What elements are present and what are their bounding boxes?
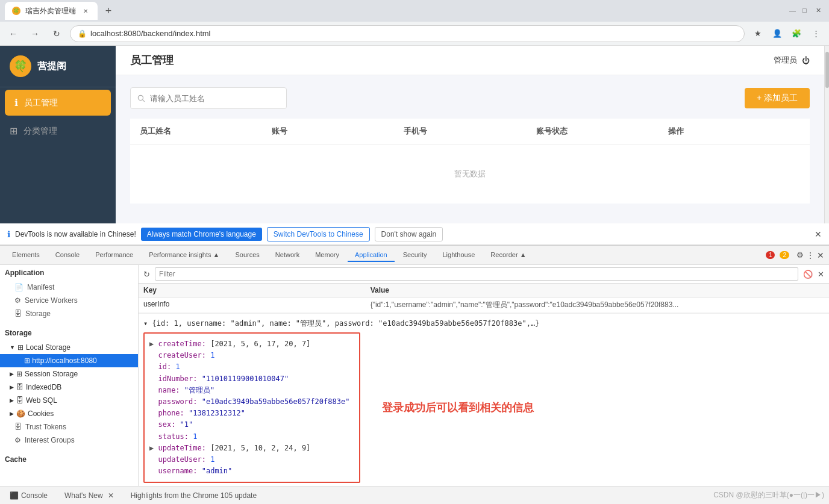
json-line-idNumber: idNumber: "110101199001010047"	[149, 373, 354, 385]
switch-chinese-btn[interactable]: Switch DevTools to Chinese	[267, 227, 370, 241]
logo-icon: 🍀	[10, 55, 31, 77]
watermark-text: CSDN @欣慰的三叶草(●一(|)一▶)	[713, 490, 824, 500]
match-language-btn[interactable]: Always match Chrome's language	[141, 228, 262, 241]
tab-network[interactable]: Network	[268, 249, 307, 262]
service-workers-item[interactable]: ⚙ Service Workers	[0, 294, 138, 307]
empty-text: 暂无数据	[454, 169, 486, 178]
web-sql-icon: 🗄	[16, 396, 23, 405]
console-bottom-tab[interactable]: ⬛ Console	[5, 489, 52, 502]
devtools-tab-actions: 1 2 ⚙ ⋮ ✕	[766, 250, 824, 260]
col-account: 账号	[272, 126, 404, 137]
key-cell: userInfo	[143, 300, 371, 310]
tab-performance[interactable]: Performance	[88, 249, 140, 262]
bookmark-btn[interactable]: ★	[749, 25, 766, 42]
session-storage-group[interactable]: ⊞ Session Storage	[0, 367, 138, 381]
json-line-createTime: ▶ createTime: [2021, 5, 6, 17, 20, 7]	[149, 338, 354, 350]
devtools-tabs: Elements Console Performance Performance…	[0, 246, 829, 265]
filter-input[interactable]	[155, 267, 798, 281]
tab-application[interactable]: Application	[348, 249, 395, 262]
whats-new-tab[interactable]: What's New ✕	[60, 489, 119, 502]
storage-overview-item[interactable]: 🗄 Storage	[0, 307, 138, 320]
tab-performance-insights[interactable]: Performance insights ▲	[142, 249, 227, 262]
devtools-close-btn[interactable]: ✕	[817, 250, 824, 260]
dt-table-header: Key Value	[139, 284, 829, 297]
tab-memory[interactable]: Memory	[308, 249, 346, 262]
tab-bar: 🍀 瑞吉外卖管理端 ✕ +	[5, 2, 784, 20]
browser-window: 🍀 瑞吉外卖管理端 ✕ + — □ ✕ ← → ↻ 🔒 localhost:80…	[0, 0, 829, 504]
notification-text: DevTools is now available in Chinese!	[15, 230, 136, 238]
search-input[interactable]	[130, 87, 287, 109]
interest-groups-icon: ⚙	[14, 436, 21, 444]
app-sidebar: 🍀 营提阁 ℹ 员工管理 ⊞ 分类管理	[0, 46, 116, 223]
cookies-icon: 🍪	[16, 409, 25, 418]
logout-icon[interactable]: ⏻	[802, 56, 810, 65]
value-col-header: Value	[371, 286, 824, 294]
sidebar-item-employee[interactable]: ℹ 员工管理	[5, 90, 111, 116]
back-btn[interactable]: ←	[5, 25, 22, 42]
sidebar-item-category[interactable]: ⊞ 分类管理	[0, 118, 116, 144]
local-storage-group[interactable]: ⊞ Local Storage	[0, 341, 138, 354]
refresh-btn[interactable]: ↻	[143, 270, 150, 279]
devtools-sidebar: Application 📄 Manifest ⚙ Service Workers…	[0, 265, 139, 486]
indexed-db-group[interactable]: 🗄 IndexedDB	[0, 381, 138, 394]
browser-tab[interactable]: 🍀 瑞吉外卖管理端 ✕	[5, 2, 98, 20]
tab-close-btn[interactable]: ✕	[81, 6, 90, 16]
interest-groups-item[interactable]: ⚙ Interest Groups	[0, 434, 138, 447]
menu-btn[interactable]: ⋮	[807, 25, 824, 42]
new-tab-button[interactable]: +	[100, 2, 117, 19]
json-line-phone: phone: "13812312312"	[149, 408, 354, 419]
url-text: localhost:8080/backend/index.html	[90, 29, 210, 38]
web-app: 🍀 营提阁 ℹ 员工管理 ⊞ 分类管理 员工管理 管理员	[0, 46, 829, 223]
local-storage-origin-item[interactable]: ⊞ http://localhost:8080	[0, 354, 138, 367]
nav-actions: ★ 👤 🧩 ⋮	[749, 25, 824, 42]
trust-tokens-icon: 🗄	[14, 423, 22, 431]
forward-btn[interactable]: →	[27, 25, 43, 42]
web-sql-group[interactable]: 🗄 Web SQL	[0, 394, 138, 407]
tab-lighthouse[interactable]: Lighthouse	[436, 249, 483, 262]
scroll-thumb[interactable]	[825, 52, 829, 88]
nav-bar: ← → ↻ 🔒 localhost:8080/backend/index.htm…	[0, 22, 829, 46]
whats-new-close-btn[interactable]: ✕	[108, 491, 114, 500]
manifest-item[interactable]: 📄 Manifest	[0, 281, 138, 294]
warn-badge: 2	[780, 251, 789, 259]
add-employee-button[interactable]: + 添加员工	[745, 88, 810, 108]
json-line-id: id: 1	[149, 361, 354, 373]
error-badge: 1	[766, 251, 775, 259]
gear-icon[interactable]: ⚙	[796, 250, 804, 260]
minimize-btn[interactable]: —	[789, 7, 798, 15]
col-name: 员工姓名	[140, 126, 272, 137]
tab-recorder[interactable]: Recorder ▲	[483, 249, 533, 262]
devtools-bottom-bar: ⬛ Console What's New ✕ Highlights from t…	[0, 486, 829, 504]
dt-toolbar: ↻ 🚫 ✕	[139, 265, 829, 284]
dont-show-btn[interactable]: Don't show again	[375, 227, 443, 241]
close-btn[interactable]: ✕	[816, 7, 824, 15]
local-storage-icon: ⊞	[17, 343, 23, 352]
clear-all-btn[interactable]: ✕	[818, 270, 824, 279]
tab-elements[interactable]: Elements	[5, 249, 47, 262]
tab-console[interactable]: Console	[48, 249, 87, 262]
json-line-status: status: 1	[149, 431, 354, 443]
page-title: 员工管理	[130, 53, 174, 67]
json-line-password: password: "e10adc3949ba59abbe56e057f20f8…	[149, 396, 354, 408]
more-icon[interactable]: ⋮	[806, 250, 815, 260]
trust-tokens-item[interactable]: 🗄 Trust Tokens	[0, 420, 138, 434]
tab-sources[interactable]: Sources	[228, 249, 266, 262]
extensions-btn[interactable]: 🧩	[788, 25, 805, 42]
maximize-btn[interactable]: □	[802, 7, 811, 15]
profile-btn[interactable]: 👤	[769, 25, 786, 42]
cache-section-header: Cache	[0, 452, 138, 467]
key-col-header: Key	[143, 286, 371, 294]
notification-close-btn[interactable]: ✕	[815, 229, 822, 239]
table-row[interactable]: userInfo {"id":1,"username":"admin","nam…	[139, 297, 829, 313]
cookies-group[interactable]: 🍪 Cookies	[0, 407, 138, 420]
address-bar[interactable]: 🔒 localhost:8080/backend/index.html	[70, 25, 745, 42]
dt-expanded-view: ▾ {id: 1, username: "admin", name: "管理员"…	[139, 313, 829, 486]
annotation-text: 登录成功后可以看到相关的信息	[370, 332, 546, 483]
indexed-db-icon: 🗄	[16, 383, 23, 391]
reload-btn[interactable]: ↻	[48, 25, 65, 42]
sidebar-item-category-label: 分类管理	[23, 126, 57, 137]
scrollbar[interactable]	[824, 46, 829, 223]
devtools-main-panel: ↻ 🚫 ✕ Key Value userInfo {"id":1,"userna…	[139, 265, 829, 486]
clear-filter-btn[interactable]: 🚫	[803, 270, 813, 279]
tab-security[interactable]: Security	[396, 249, 434, 262]
